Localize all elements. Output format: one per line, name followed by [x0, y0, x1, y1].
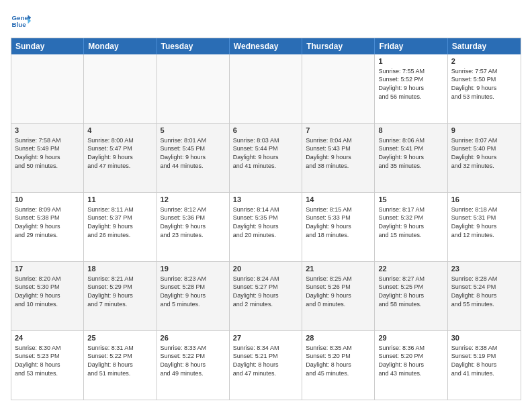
- day-number: 7: [306, 126, 371, 136]
- day-info: Sunrise: 8:20 AM Sunset: 5:30 PM Dayligh…: [15, 275, 80, 308]
- calendar-day: 24Sunrise: 8:30 AM Sunset: 5:23 PM Dayli…: [11, 331, 84, 400]
- calendar-empty: [230, 54, 302, 123]
- day-number: 22: [378, 264, 443, 274]
- calendar-row: 1Sunrise: 7:55 AM Sunset: 5:52 PM Daylig…: [11, 54, 521, 124]
- calendar-day: 12Sunrise: 8:12 AM Sunset: 5:36 PM Dayli…: [157, 193, 230, 261]
- logo-icon: General Blue: [11, 11, 31, 31]
- day-info: Sunrise: 8:07 AM Sunset: 5:40 PM Dayligh…: [451, 136, 517, 170]
- calendar: SundayMondayTuesdayWednesdayThursdayFrid…: [11, 38, 521, 400]
- day-number: 29: [378, 333, 443, 343]
- weekday-header: Sunday: [11, 38, 84, 54]
- day-number: 5: [161, 126, 226, 136]
- calendar-day: 17Sunrise: 8:20 AM Sunset: 5:30 PM Dayli…: [11, 262, 84, 330]
- day-info: Sunrise: 8:12 AM Sunset: 5:36 PM Dayligh…: [161, 205, 226, 239]
- calendar-day: 28Sunrise: 8:35 AM Sunset: 5:20 PM Dayli…: [302, 331, 375, 400]
- calendar-day: 11Sunrise: 8:11 AM Sunset: 5:37 PM Dayli…: [84, 193, 157, 261]
- calendar-day: 25Sunrise: 8:31 AM Sunset: 5:22 PM Dayli…: [84, 331, 157, 400]
- day-number: 15: [378, 195, 443, 205]
- day-number: 28: [306, 333, 371, 343]
- day-info: Sunrise: 8:09 AM Sunset: 5:38 PM Dayligh…: [15, 205, 80, 239]
- day-number: 16: [451, 195, 517, 205]
- day-number: 9: [451, 126, 517, 136]
- day-info: Sunrise: 8:30 AM Sunset: 5:23 PM Dayligh…: [15, 344, 80, 377]
- calendar-day: 13Sunrise: 8:14 AM Sunset: 5:35 PM Dayli…: [230, 193, 302, 261]
- day-number: 8: [378, 126, 443, 136]
- day-info: Sunrise: 8:35 AM Sunset: 5:20 PM Dayligh…: [306, 344, 371, 377]
- day-info: Sunrise: 7:58 AM Sunset: 5:49 PM Dayligh…: [15, 136, 80, 170]
- calendar-day: 1Sunrise: 7:55 AM Sunset: 5:52 PM Daylig…: [375, 54, 447, 123]
- day-number: 4: [87, 126, 152, 136]
- day-info: Sunrise: 8:01 AM Sunset: 5:45 PM Dayligh…: [161, 136, 226, 170]
- weekday-header: Monday: [84, 38, 157, 54]
- calendar-day: 8Sunrise: 8:06 AM Sunset: 5:41 PM Daylig…: [375, 124, 447, 192]
- day-number: 13: [233, 195, 298, 205]
- day-info: Sunrise: 7:57 AM Sunset: 5:50 PM Dayligh…: [451, 67, 517, 101]
- day-number: 21: [306, 264, 371, 274]
- day-info: Sunrise: 7:55 AM Sunset: 5:52 PM Dayligh…: [378, 67, 443, 101]
- day-info: Sunrise: 8:24 AM Sunset: 5:27 PM Dayligh…: [233, 275, 298, 308]
- calendar-header: SundayMondayTuesdayWednesdayThursdayFrid…: [11, 38, 521, 54]
- day-number: 23: [451, 264, 517, 274]
- day-info: Sunrise: 8:11 AM Sunset: 5:37 PM Dayligh…: [87, 205, 152, 239]
- day-info: Sunrise: 8:25 AM Sunset: 5:26 PM Dayligh…: [306, 275, 371, 308]
- day-info: Sunrise: 8:21 AM Sunset: 5:29 PM Dayligh…: [87, 275, 152, 308]
- day-info: Sunrise: 8:28 AM Sunset: 5:24 PM Dayligh…: [451, 275, 517, 308]
- day-number: 27: [233, 333, 298, 343]
- day-info: Sunrise: 8:23 AM Sunset: 5:28 PM Dayligh…: [161, 275, 226, 308]
- day-number: 19: [161, 264, 226, 274]
- day-info: Sunrise: 8:14 AM Sunset: 5:35 PM Dayligh…: [233, 205, 298, 239]
- calendar-day: 29Sunrise: 8:36 AM Sunset: 5:20 PM Dayli…: [375, 331, 447, 400]
- day-info: Sunrise: 8:31 AM Sunset: 5:22 PM Dayligh…: [87, 344, 152, 377]
- calendar-row: 10Sunrise: 8:09 AM Sunset: 5:38 PM Dayli…: [11, 193, 521, 262]
- calendar-day: 3Sunrise: 7:58 AM Sunset: 5:49 PM Daylig…: [11, 124, 84, 192]
- day-number: 17: [15, 264, 80, 274]
- calendar-day: 2Sunrise: 7:57 AM Sunset: 5:50 PM Daylig…: [448, 54, 521, 123]
- calendar-empty: [302, 54, 375, 123]
- calendar-day: 23Sunrise: 8:28 AM Sunset: 5:24 PM Dayli…: [448, 262, 521, 330]
- calendar-day: 22Sunrise: 8:27 AM Sunset: 5:25 PM Dayli…: [375, 262, 447, 330]
- day-number: 3: [15, 126, 80, 136]
- day-number: 12: [161, 195, 226, 205]
- day-info: Sunrise: 8:33 AM Sunset: 5:22 PM Dayligh…: [161, 344, 226, 377]
- calendar-day: 4Sunrise: 8:00 AM Sunset: 5:47 PM Daylig…: [84, 124, 157, 192]
- day-number: 2: [451, 56, 517, 66]
- calendar-row: 3Sunrise: 7:58 AM Sunset: 5:49 PM Daylig…: [11, 124, 521, 193]
- calendar-empty: [11, 54, 84, 123]
- day-info: Sunrise: 8:38 AM Sunset: 5:19 PM Dayligh…: [451, 344, 517, 377]
- calendar-day: 27Sunrise: 8:34 AM Sunset: 5:21 PM Dayli…: [230, 331, 302, 400]
- weekday-header: Thursday: [302, 38, 375, 54]
- weekday-header: Saturday: [448, 38, 521, 54]
- day-number: 1: [378, 56, 443, 66]
- calendar-day: 16Sunrise: 8:18 AM Sunset: 5:31 PM Dayli…: [448, 193, 521, 261]
- calendar-day: 7Sunrise: 8:04 AM Sunset: 5:43 PM Daylig…: [302, 124, 375, 192]
- calendar-day: 15Sunrise: 8:17 AM Sunset: 5:32 PM Dayli…: [375, 193, 447, 261]
- day-number: 6: [233, 126, 298, 136]
- day-number: 26: [161, 333, 226, 343]
- logo: General Blue: [11, 11, 31, 31]
- header: General Blue: [11, 11, 521, 31]
- calendar-day: 30Sunrise: 8:38 AM Sunset: 5:19 PM Dayli…: [448, 331, 521, 400]
- calendar-day: 14Sunrise: 8:15 AM Sunset: 5:33 PM Dayli…: [302, 193, 375, 261]
- day-info: Sunrise: 8:04 AM Sunset: 5:43 PM Dayligh…: [306, 136, 371, 170]
- day-info: Sunrise: 8:06 AM Sunset: 5:41 PM Dayligh…: [378, 136, 443, 170]
- calendar-empty: [84, 54, 157, 123]
- day-number: 18: [87, 264, 152, 274]
- day-info: Sunrise: 8:18 AM Sunset: 5:31 PM Dayligh…: [451, 205, 517, 239]
- calendar-row: 24Sunrise: 8:30 AM Sunset: 5:23 PM Dayli…: [11, 331, 521, 400]
- calendar-row: 17Sunrise: 8:20 AM Sunset: 5:30 PM Dayli…: [11, 262, 521, 331]
- day-number: 11: [87, 195, 152, 205]
- page: General Blue SundayMondayTuesdayWednesda…: [0, 0, 532, 411]
- day-number: 30: [451, 333, 517, 343]
- day-info: Sunrise: 8:03 AM Sunset: 5:44 PM Dayligh…: [233, 136, 298, 170]
- day-number: 10: [15, 195, 80, 205]
- calendar-body: 1Sunrise: 7:55 AM Sunset: 5:52 PM Daylig…: [11, 54, 521, 400]
- day-number: 24: [15, 333, 80, 343]
- day-info: Sunrise: 8:34 AM Sunset: 5:21 PM Dayligh…: [233, 344, 298, 377]
- calendar-day: 6Sunrise: 8:03 AM Sunset: 5:44 PM Daylig…: [230, 124, 302, 192]
- calendar-day: 5Sunrise: 8:01 AM Sunset: 5:45 PM Daylig…: [157, 124, 230, 192]
- calendar-day: 21Sunrise: 8:25 AM Sunset: 5:26 PM Dayli…: [302, 262, 375, 330]
- day-info: Sunrise: 8:36 AM Sunset: 5:20 PM Dayligh…: [378, 344, 443, 377]
- svg-text:Blue: Blue: [12, 21, 27, 28]
- day-info: Sunrise: 8:00 AM Sunset: 5:47 PM Dayligh…: [87, 136, 152, 170]
- calendar-day: 26Sunrise: 8:33 AM Sunset: 5:22 PM Dayli…: [157, 331, 230, 400]
